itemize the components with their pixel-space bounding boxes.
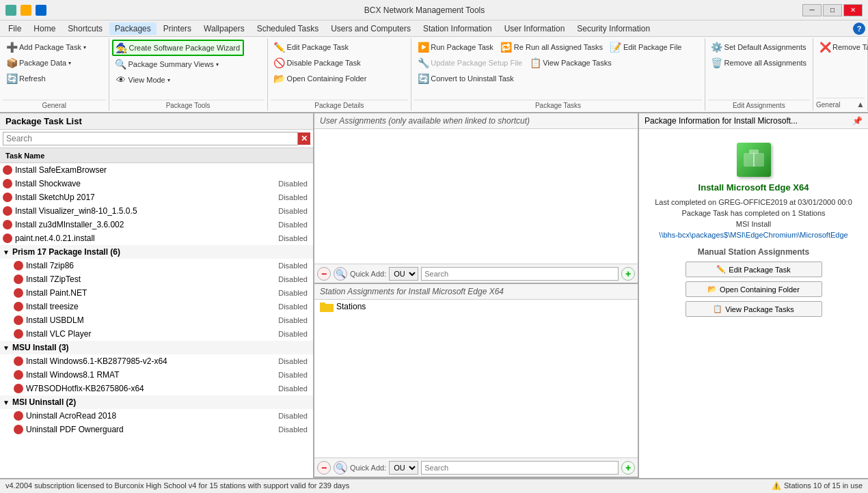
rerun-assigned-button[interactable]: 🔁 Re Run all Assigned Tasks bbox=[498, 40, 606, 55]
list-item[interactable]: Install VLC Player Disabled bbox=[0, 327, 313, 341]
group-header[interactable]: ▼ Prism 17 Package Install (6) bbox=[0, 245, 313, 259]
task-status: Disabled bbox=[278, 275, 310, 283]
task-install-icon bbox=[14, 302, 23, 311]
edit-icon: ✏️ bbox=[274, 42, 285, 53]
station-assign-body[interactable]: Stations bbox=[314, 300, 638, 457]
menu-packages[interactable]: Packages bbox=[109, 23, 157, 35]
list-item[interactable]: Install Windows8.1 RMAT Disabled bbox=[0, 368, 313, 382]
user-assign-footer: − 🔍 Quick Add: OU + bbox=[314, 264, 638, 283]
list-item[interactable]: Uninstall PDF Ownerguard Disabled bbox=[0, 423, 313, 436]
close-button[interactable]: ✕ bbox=[843, 4, 863, 16]
edit-package-file-button[interactable]: 📝 Edit Package File bbox=[607, 40, 686, 55]
remove-all-assign-button[interactable]: 🗑️ Remove all Assignments bbox=[708, 55, 810, 70]
open-folder-button[interactable]: 📂 Open Containing Folder bbox=[271, 71, 370, 86]
list-item[interactable]: Install Visualizer_win8-10_1.5.0.5 Disab… bbox=[0, 204, 313, 218]
menu-station-info[interactable]: Station Information bbox=[418, 23, 498, 35]
group-header[interactable]: ▼ MSU Install (3) bbox=[0, 341, 313, 354]
run-package-task-label: Run Package Task bbox=[431, 43, 493, 51]
view-pkg-tasks-button[interactable]: 📋 View Package Tasks bbox=[686, 301, 822, 317]
package-summary-button[interactable]: 🔍 Package Summary Views ▾ bbox=[112, 57, 222, 72]
list-item[interactable]: Install 7ZipTest Disabled bbox=[0, 272, 313, 286]
station-tree-item[interactable]: Stations bbox=[314, 300, 638, 313]
menu-security-info[interactable]: Security Information bbox=[571, 23, 655, 35]
menu-user-info[interactable]: User Information bbox=[499, 23, 571, 35]
refresh-button[interactable]: 🔄 Refresh bbox=[3, 71, 49, 86]
edit-package-task-button[interactable]: ✏️ Edit Package Task bbox=[271, 40, 352, 55]
task-name: Install Paint.NET bbox=[26, 288, 278, 298]
task-install-icon bbox=[14, 370, 23, 380]
app-icon-2 bbox=[21, 5, 31, 16]
station-quick-add-ou-select[interactable]: OU bbox=[389, 461, 418, 475]
update-setup-button[interactable]: 🔧 Update Package Setup File bbox=[414, 55, 526, 70]
menu-printers[interactable]: Printers bbox=[158, 23, 197, 35]
create-wizard-label: Create Software Package Wizard bbox=[129, 44, 241, 52]
ribbon-buttons-general1: ➕ Add Package Task ▾ 📦 Package Data ▾ 🔄 … bbox=[3, 40, 106, 100]
ribbon-content: ➕ Add Package Task ▾ 📦 Package Data ▾ 🔄 … bbox=[0, 37, 868, 112]
view-package-tasks-button[interactable]: 📋 View Package Tasks bbox=[526, 55, 614, 70]
list-item[interactable]: W7BSODHotfix-KB2675806-x64 Disabled bbox=[0, 382, 313, 395]
station-search-button[interactable]: 🔍 bbox=[334, 461, 347, 475]
list-item[interactable]: Install Paint.NET Disabled bbox=[0, 286, 313, 300]
add-package-task-button[interactable]: ➕ Add Package Task ▾ bbox=[3, 40, 90, 55]
task-name: Install zu3dMInstaller_3.6.002 bbox=[15, 220, 278, 229]
help-button[interactable]: ? bbox=[853, 23, 865, 35]
task-list[interactable]: Install SafeExamBrowser Install Shockwav… bbox=[0, 163, 313, 478]
menu-scheduled-tasks[interactable]: Scheduled Tasks bbox=[252, 23, 325, 35]
list-item[interactable]: Install 7zip86 Disabled bbox=[0, 259, 313, 272]
task-install-icon bbox=[14, 288, 23, 298]
task-install-icon bbox=[14, 274, 23, 284]
view-mode-button[interactable]: 👁 View Mode ▾ bbox=[112, 72, 174, 87]
ribbon-buttons-general2: ❌ Remove Task bbox=[816, 40, 865, 98]
status-right-text: Stations 10 of 15 in use bbox=[784, 481, 863, 490]
minimize-button[interactable]: ─ bbox=[802, 4, 822, 16]
remove-task-button[interactable]: ❌ Remove Task bbox=[816, 40, 868, 55]
user-search-button[interactable]: 🔍 bbox=[334, 267, 347, 281]
list-item[interactable]: Uninstall AcroRead 2018 Disabled bbox=[0, 409, 313, 423]
user-remove-button[interactable]: − bbox=[317, 267, 331, 281]
open-containing-button[interactable]: 📂 Open Containing Folder bbox=[686, 281, 822, 297]
list-item[interactable]: Install Windows6.1-KB2877985-v2-x64 Disa… bbox=[0, 354, 313, 368]
create-wizard-button[interactable]: 🧙 Create Software Package Wizard bbox=[112, 40, 245, 56]
station-quick-add-search-input[interactable] bbox=[421, 461, 619, 475]
group-header[interactable]: ▼ MSI Uninstall (2) bbox=[0, 395, 313, 409]
list-item[interactable]: Install treesize Disabled bbox=[0, 300, 313, 313]
quick-add-search-input[interactable] bbox=[421, 267, 619, 281]
station-add-button[interactable]: + bbox=[621, 461, 635, 475]
task-name: Install Visualizer_win8-10_1.5.0.5 bbox=[15, 206, 278, 216]
task-install-icon bbox=[3, 234, 12, 243]
menu-file[interactable]: File bbox=[3, 23, 27, 35]
folder-open-icon: 📂 bbox=[707, 285, 717, 294]
menu-users-computers[interactable]: Users and Computers bbox=[325, 23, 416, 35]
station-remove-button[interactable]: − bbox=[317, 461, 331, 475]
task-status: Disabled bbox=[278, 207, 310, 215]
update-setup-label: Update Package Setup File bbox=[431, 59, 522, 67]
list-item[interactable]: Install SketchUp 2017 Disabled bbox=[0, 191, 313, 204]
list-item[interactable]: Install SafeExamBrowser bbox=[0, 163, 313, 177]
user-add-button[interactable]: + bbox=[621, 267, 635, 281]
menu-shortcuts[interactable]: Shortcuts bbox=[62, 23, 108, 35]
list-item[interactable]: Install USBDLM Disabled bbox=[0, 313, 313, 327]
view-icon: 👁 bbox=[116, 74, 126, 85]
user-assign-header: User Assignments (only available when li… bbox=[314, 113, 638, 129]
package-name: Install Microsoft Edge X64 bbox=[699, 182, 809, 193]
list-item[interactable]: Install Shockwave Disabled bbox=[0, 177, 313, 191]
quick-add-ou-select[interactable]: OU bbox=[389, 267, 418, 281]
package-data-button[interactable]: 📦 Package Data ▾ bbox=[3, 55, 74, 70]
edit-pkg-icon: ✏️ bbox=[716, 265, 726, 274]
menu-wallpapers[interactable]: Wallpapers bbox=[198, 23, 250, 35]
edit-pkg-task-button[interactable]: ✏️ Edit Package Task bbox=[686, 262, 822, 277]
run-package-task-button[interactable]: ▶️ Run Package Task bbox=[414, 40, 497, 55]
pin-icon[interactable]: 📌 bbox=[852, 116, 863, 126]
convert-uninstall-button[interactable]: 🔄 Convert to Uninstall Task bbox=[414, 71, 517, 86]
set-default-button[interactable]: ⚙️ Set Default Assignments bbox=[708, 40, 810, 55]
search-input[interactable] bbox=[3, 132, 298, 145]
maximize-button[interactable]: □ bbox=[823, 4, 842, 16]
menu-home[interactable]: Home bbox=[28, 23, 61, 35]
ribbon-collapse-button[interactable]: ▲ bbox=[856, 100, 865, 109]
list-item[interactable]: Install zu3dMInstaller_3.6.002 Disabled bbox=[0, 218, 313, 231]
collapse-icon: ▼ bbox=[3, 249, 10, 256]
search-clear-button[interactable]: ✕ bbox=[298, 132, 310, 145]
disable-package-button[interactable]: 🚫 Disable Package Task bbox=[271, 55, 364, 70]
window-title: BCX Network Management Tools bbox=[46, 5, 802, 15]
list-item[interactable]: paint.net.4.0.21.install Disabled bbox=[0, 231, 313, 245]
